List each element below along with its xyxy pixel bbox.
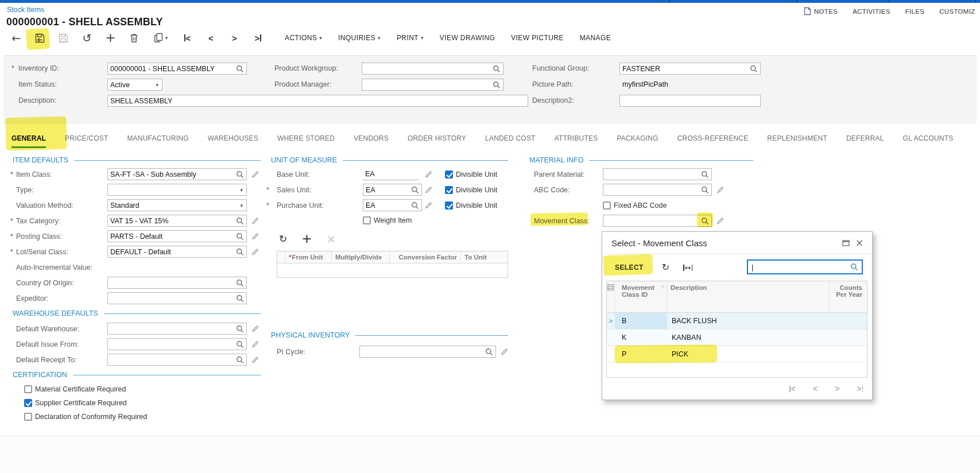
weight-item-checkbox[interactable] <box>363 216 371 224</box>
delete-row-icon[interactable]: × <box>327 234 336 245</box>
tab-deferral[interactable]: DEFERRAL <box>846 134 884 148</box>
cell-counts-per-year[interactable] <box>830 329 866 346</box>
table-row-back-flush[interactable]: > B BACK FLUSH <box>607 313 867 329</box>
search-icon[interactable] <box>236 65 244 73</box>
search-icon[interactable] <box>411 201 419 210</box>
pi-cycle-field[interactable] <box>359 346 496 358</box>
product-workgroup-field[interactable] <box>362 63 503 75</box>
item-class-field[interactable]: SA-FT -SA - Sub Assembly <box>107 168 247 180</box>
default-issue-from-field[interactable] <box>107 338 247 350</box>
col-movement-class-id[interactable]: Movement Class ID ↑ <box>615 281 667 312</box>
search-icon[interactable] <box>236 279 244 287</box>
cell-description[interactable]: BACK FLUSH <box>667 313 830 329</box>
cell-movement-class-id[interactable]: B <box>615 313 667 329</box>
edit-pencil-icon[interactable] <box>716 217 724 224</box>
tab-cross-reference[interactable]: CROSS-REFERENCE <box>677 134 749 148</box>
fixed-abc-checkbox[interactable] <box>603 201 611 210</box>
save-button[interactable] <box>52 29 75 47</box>
refresh-icon[interactable]: ↻ <box>279 234 287 244</box>
col-to-unit[interactable]: To Unit <box>461 251 508 263</box>
tab-landed-cost[interactable]: LANDED COST <box>485 134 536 148</box>
refresh-icon[interactable]: ↻ <box>662 263 669 272</box>
save-and-close-button[interactable] <box>28 29 52 47</box>
search-icon[interactable] <box>236 232 244 241</box>
functional-group-field[interactable]: FASTENER <box>619 63 761 75</box>
dialog-titlebar[interactable]: Select - Movement Class × <box>602 232 872 254</box>
menu-view-drawing[interactable]: VIEW DRAWING <box>440 34 495 42</box>
maximize-button[interactable] <box>839 236 853 249</box>
go-last-button[interactable]: > <box>246 29 270 47</box>
edit-pencil-icon[interactable] <box>251 232 259 240</box>
search-icon[interactable] <box>701 170 709 179</box>
conformity-checkbox[interactable] <box>24 413 32 421</box>
edit-pencil-icon[interactable] <box>251 356 259 363</box>
country-of-origin-field[interactable] <box>107 277 247 289</box>
fit-to-width-icon[interactable]: ↔ <box>683 264 692 272</box>
cell-movement-class-id[interactable]: P <box>615 346 667 362</box>
tab-attributes[interactable]: ATTRIBUTES <box>555 134 598 148</box>
table-row-pick[interactable]: P PICK <box>607 346 867 363</box>
page-next-button[interactable]: > <box>835 384 839 393</box>
edit-pencil-icon[interactable] <box>716 186 724 193</box>
expeditor-field[interactable] <box>107 292 247 304</box>
edit-pencil-icon[interactable] <box>251 340 259 348</box>
tab-price-cost[interactable]: PRICE/COST <box>65 134 108 148</box>
search-icon[interactable] <box>236 248 244 256</box>
tab-vendors[interactable]: VENDORS <box>354 134 389 148</box>
go-previous-button[interactable]: < <box>199 29 223 47</box>
page-last-button[interactable]: > <box>857 384 863 393</box>
col-from-unit[interactable]: *From Unit <box>285 251 332 263</box>
cell-description[interactable]: KANBAN <box>667 329 830 346</box>
parent-material-field[interactable] <box>603 168 712 180</box>
purchase-unit-field[interactable]: EA <box>363 199 422 211</box>
files-button[interactable]: FILES <box>905 8 924 15</box>
cell-counts-per-year[interactable] <box>830 346 866 362</box>
description-field[interactable]: SHELL ASSEMBLY <box>107 95 528 107</box>
edit-pencil-icon[interactable] <box>251 170 259 178</box>
add-new-button[interactable]: + <box>99 29 122 47</box>
edit-pencil-icon[interactable] <box>251 217 259 224</box>
menu-inquiries[interactable]: INQUIRIES▾ <box>338 34 381 42</box>
menu-view-picture[interactable]: VIEW PICTURE <box>511 34 563 42</box>
tab-general[interactable]: GENERAL <box>11 134 46 148</box>
type-select[interactable]: ▾ <box>107 184 247 196</box>
search-icon[interactable] <box>750 65 758 73</box>
edit-pencil-icon[interactable] <box>251 248 259 255</box>
cell-movement-class-id[interactable]: K <box>615 329 667 346</box>
material-cert-checkbox[interactable] <box>24 385 32 393</box>
default-warehouse-field[interactable] <box>107 323 247 335</box>
menu-actions[interactable]: ACTIONS▾ <box>285 34 322 42</box>
table-row-kanban[interactable]: K KANBAN <box>607 329 867 346</box>
search-icon[interactable] <box>236 356 244 364</box>
search-icon[interactable] <box>493 65 501 73</box>
inventory-id-field[interactable]: 000000001 - SHELL ASSEMBLY <box>107 63 247 75</box>
page-previous-button[interactable]: < <box>813 384 818 393</box>
default-receipt-to-field[interactable] <box>107 354 247 366</box>
valuation-method-select[interactable]: Standard ▾ <box>107 199 247 211</box>
search-icon[interactable] <box>493 81 501 89</box>
edit-pencil-icon[interactable] <box>501 348 508 355</box>
close-button[interactable]: × <box>853 236 866 249</box>
cell-counts-per-year[interactable] <box>830 313 866 329</box>
activities-button[interactable]: ACTIVITIES <box>853 8 890 15</box>
edit-pencil-icon[interactable] <box>425 201 432 209</box>
add-row-icon[interactable]: + <box>301 232 312 245</box>
divisible-unit-checkbox[interactable] <box>445 201 453 210</box>
sales-unit-field[interactable]: EA <box>363 184 422 196</box>
tab-replenishment[interactable]: REPLENISHMENT <box>767 134 827 148</box>
breadcrumb-stock-items[interactable]: Stock Items <box>7 6 44 14</box>
abc-code-field[interactable] <box>603 184 712 196</box>
item-status-select[interactable]: Active ▾ <box>107 79 162 91</box>
notes-button[interactable]: NOTES <box>804 7 838 15</box>
customization-button[interactable]: CUSTOMIZ <box>939 8 975 15</box>
tax-category-field[interactable]: VAT 15 - VAT 15% <box>107 215 247 227</box>
back-button[interactable]: ← <box>5 29 28 47</box>
grid-settings-button[interactable] <box>607 281 615 312</box>
tab-manufacturing[interactable]: MANUFACTURING <box>127 134 188 148</box>
tab-warehouses[interactable]: WAREHOUSES <box>208 134 258 148</box>
menu-print[interactable]: PRINT▾ <box>397 34 424 42</box>
search-icon[interactable] <box>850 263 858 271</box>
col-multiply-divide[interactable]: Multiply/Divide <box>332 251 390 263</box>
cell-description[interactable]: PICK <box>667 346 830 362</box>
base-unit-field[interactable]: EA <box>363 169 419 180</box>
